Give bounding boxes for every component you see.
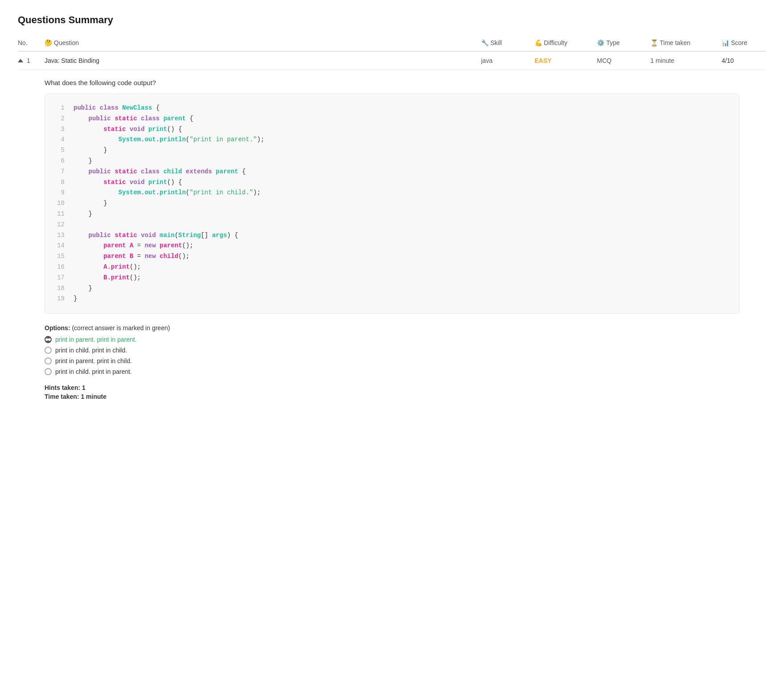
code-block: 1 public class NewClass { 2 public stati… bbox=[45, 94, 739, 314]
code-line-3: 3 static void print() { bbox=[56, 124, 728, 135]
expanded-content: What does the following code output? 1 p… bbox=[18, 70, 766, 411]
code-content-17: B.print(); bbox=[74, 273, 728, 283]
line-num-1: 1 bbox=[56, 103, 65, 114]
meta-section: Hints taken: 1 Time taken: 1 minute bbox=[45, 384, 739, 400]
line-num-14: 14 bbox=[56, 241, 65, 251]
line-num-11: 11 bbox=[56, 209, 65, 220]
option-2-radio bbox=[45, 347, 52, 354]
code-line-18: 18 } bbox=[56, 283, 728, 294]
header-question: 🤔 Question bbox=[45, 39, 481, 46]
code-line-2: 2 public static class parent { bbox=[56, 114, 728, 124]
table-row: 1 Java: Static Binding java EASY MCQ 1 m… bbox=[18, 52, 766, 70]
code-line-16: 16 A.print(); bbox=[56, 262, 728, 273]
time-taken-label: Time taken: bbox=[45, 393, 81, 400]
code-content-12 bbox=[74, 220, 728, 230]
line-num-3: 3 bbox=[56, 124, 65, 135]
line-num-9: 9 bbox=[56, 188, 65, 198]
row-number-cell: 1 bbox=[18, 57, 45, 64]
line-num-4: 4 bbox=[56, 135, 65, 145]
table-header: No. 🤔 Question 🔧 Skill 💪 Difficulty ⚙️ T… bbox=[18, 35, 766, 52]
hints-taken-value: 1 bbox=[82, 384, 86, 391]
code-content-19: } bbox=[74, 294, 728, 304]
code-line-6: 6 } bbox=[56, 156, 728, 167]
row-type: MCQ bbox=[597, 57, 650, 64]
code-content-8: static void print() { bbox=[74, 177, 728, 188]
header-score: 📊 Score bbox=[722, 39, 766, 46]
type-icon: ⚙️ bbox=[597, 39, 604, 46]
code-content-11: } bbox=[74, 209, 728, 220]
code-content-2: public static class parent { bbox=[74, 114, 728, 124]
skill-icon: 🔧 bbox=[481, 39, 489, 46]
code-content-4: System.out.println("print in parent."); bbox=[74, 135, 728, 145]
option-1: print in parent. print in parent. bbox=[45, 336, 739, 343]
option-3: print in parent. print in child. bbox=[45, 357, 739, 364]
code-line-12: 12 bbox=[56, 220, 728, 230]
code-line-8: 8 static void print() { bbox=[56, 177, 728, 188]
option-3-radio bbox=[45, 357, 52, 364]
hints-taken-label: Hints taken: bbox=[45, 384, 82, 391]
code-content-5: } bbox=[74, 145, 728, 156]
header-difficulty: 💪 Difficulty bbox=[535, 39, 597, 46]
expand-chevron-icon[interactable] bbox=[18, 59, 23, 62]
hints-taken: Hints taken: 1 bbox=[45, 384, 739, 391]
header-skill: 🔧 Skill bbox=[481, 39, 535, 46]
code-line-4: 4 System.out.println("print in parent.")… bbox=[56, 135, 728, 145]
line-num-18: 18 bbox=[56, 283, 65, 294]
code-line-17: 17 B.print(); bbox=[56, 273, 728, 283]
header-no: No. bbox=[18, 39, 45, 46]
option-4-text: print in child. print in parent. bbox=[55, 368, 132, 375]
row-time: 1 minute bbox=[650, 57, 722, 64]
option-2: print in child. print in child. bbox=[45, 347, 739, 354]
line-num-8: 8 bbox=[56, 177, 65, 188]
time-icon: ⏳ bbox=[650, 39, 658, 46]
code-line-1: 1 public class NewClass { bbox=[56, 103, 728, 114]
row-question: Java: Static Binding bbox=[45, 57, 481, 64]
line-num-5: 5 bbox=[56, 145, 65, 156]
time-taken-meta: Time taken: 1 minute bbox=[45, 393, 739, 400]
line-num-10: 10 bbox=[56, 198, 65, 209]
line-num-17: 17 bbox=[56, 273, 65, 283]
option-1-text: print in parent. print in parent. bbox=[55, 336, 137, 343]
code-line-5: 5 } bbox=[56, 145, 728, 156]
options-note: (correct answer is marked in green) bbox=[72, 324, 170, 332]
question-description: What does the following code output? bbox=[45, 79, 739, 86]
row-difficulty: EASY bbox=[535, 57, 597, 64]
header-type: ⚙️ Type bbox=[597, 39, 650, 46]
code-line-7: 7 public static class child extends pare… bbox=[56, 167, 728, 177]
code-content-9: System.out.println("print in child."); bbox=[74, 188, 728, 198]
code-content-3: static void print() { bbox=[74, 124, 728, 135]
code-content-15: parent B = new child(); bbox=[74, 251, 728, 262]
code-content-6: } bbox=[74, 156, 728, 167]
line-num-7: 7 bbox=[56, 167, 65, 177]
options-label: Options: (correct answer is marked in gr… bbox=[45, 324, 739, 332]
score-icon: 📊 bbox=[722, 39, 729, 46]
line-num-15: 15 bbox=[56, 251, 65, 262]
option-2-text: print in child. print in child. bbox=[55, 347, 127, 354]
code-line-14: 14 parent A = new parent(); bbox=[56, 241, 728, 251]
option-4-radio bbox=[45, 368, 52, 375]
code-line-11: 11 } bbox=[56, 209, 728, 220]
header-difficulty-label: Difficulty bbox=[544, 39, 568, 46]
header-type-label: Type bbox=[606, 39, 620, 46]
options-section: Options: (correct answer is marked in gr… bbox=[45, 324, 739, 375]
code-content-1: public class NewClass { bbox=[74, 103, 728, 114]
line-num-19: 19 bbox=[56, 294, 65, 304]
code-content-13: public static void main(String[] args) { bbox=[74, 230, 728, 241]
header-question-label: Question bbox=[54, 39, 79, 46]
line-num-13: 13 bbox=[56, 230, 65, 241]
options-label-bold: Options: bbox=[45, 324, 70, 332]
option-3-text: print in parent. print in child. bbox=[55, 357, 132, 364]
header-time: ⏳ Time taken bbox=[650, 39, 722, 46]
line-num-12: 12 bbox=[56, 220, 65, 230]
line-num-6: 6 bbox=[56, 156, 65, 167]
code-line-19: 19 } bbox=[56, 294, 728, 304]
header-skill-label: Skill bbox=[490, 39, 502, 46]
option-4: print in child. print in parent. bbox=[45, 368, 739, 375]
code-line-9: 9 System.out.println("print in child."); bbox=[56, 188, 728, 198]
difficulty-icon: 💪 bbox=[535, 39, 542, 46]
code-content-10: } bbox=[74, 198, 728, 209]
code-line-10: 10 } bbox=[56, 198, 728, 209]
header-time-label: Time taken bbox=[660, 39, 690, 46]
question-icon: 🤔 bbox=[45, 39, 52, 46]
line-num-2: 2 bbox=[56, 114, 65, 124]
